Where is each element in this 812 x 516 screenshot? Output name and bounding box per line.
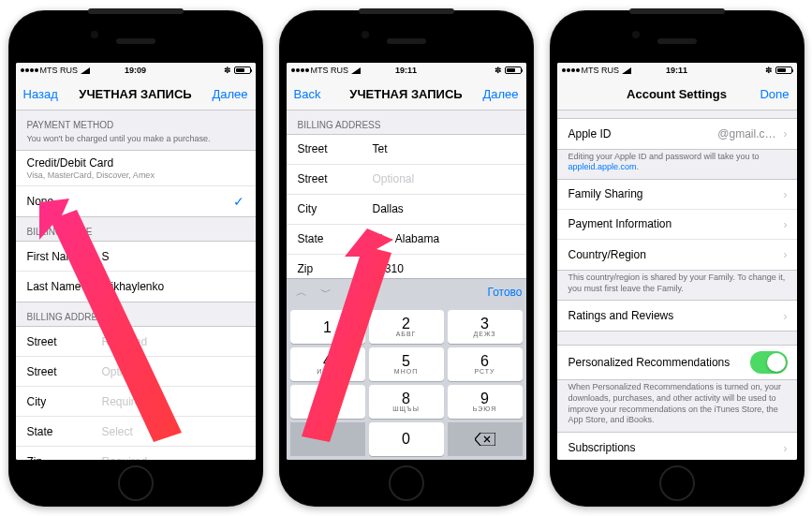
card-subtitle: Visa, MasterCard, Discover, Amex	[27, 170, 155, 180]
statusbar: MTS RUS 19:11 ✽	[557, 63, 797, 79]
battery-icon	[505, 66, 522, 74]
key-1[interactable]: 1	[290, 310, 365, 344]
card-title: Credit/Debit Card	[27, 156, 155, 170]
key-0[interactable]: 0	[369, 422, 444, 456]
key-8[interactable]: 8ШЩЪЫ	[369, 385, 444, 419]
signal-dots-icon	[562, 68, 580, 72]
city-row[interactable]: City Required	[16, 387, 256, 417]
section-header-payment: PAYMENT METHOD	[16, 111, 256, 134]
screen-2: MTS RUS 19:11 ✽ Back УЧЕТНАЯ ЗАПИСЬ Дале…	[287, 63, 526, 460]
page-title: УЧЕТНАЯ ЗАПИСЬ	[349, 87, 462, 101]
done-button[interactable]: Done	[760, 87, 789, 101]
signal-dots-icon	[291, 68, 309, 72]
payment-card-row[interactable]: Credit/Debit Card Visa, MasterCard, Disc…	[16, 151, 256, 186]
street-row[interactable]: Street Required	[16, 327, 256, 357]
next-button[interactable]: Далее	[482, 87, 518, 101]
next-button[interactable]: Далее	[212, 87, 247, 101]
street2-row[interactable]: Street Optional	[287, 165, 526, 195]
street-value: Tet	[373, 142, 388, 155]
zip-row[interactable]: Zip 36310	[287, 255, 526, 278]
zip-row[interactable]: Zip Required	[16, 447, 256, 459]
family-sharing-label: Family Sharing	[568, 187, 786, 200]
state-label: State	[298, 232, 373, 245]
ratings-reviews-row[interactable]: Ratings and Reviews ›	[557, 301, 797, 331]
battery-icon	[234, 66, 251, 74]
statusbar: MTS RUS 19:11 ✽	[287, 63, 526, 79]
back-button[interactable]: Назад	[23, 87, 58, 101]
keyboard-prev-icon[interactable]: ︿	[296, 285, 307, 301]
navbar: Назад УЧЕТНАЯ ЗАПИСЬ Далее	[16, 79, 256, 111]
street-label: Street	[298, 142, 373, 155]
signal-icon	[351, 67, 361, 74]
city-placeholder: Required	[102, 395, 148, 408]
key-2[interactable]: 2АБВГ	[369, 310, 444, 344]
bluetooth-icon: ✽	[495, 66, 502, 75]
zip-label: Zip	[298, 262, 373, 275]
street-row[interactable]: Street Tet	[287, 135, 526, 165]
phone-mockup-1: MTS RUS 19:09 ✽ Назад УЧЕТНАЯ ЗАПИСЬ Дал…	[8, 10, 263, 507]
apple-id-row[interactable]: Apple ID @gmail.c… ›	[557, 119, 797, 149]
street2-placeholder: Optional	[373, 172, 415, 185]
navbar: Back УЧЕТНАЯ ЗАПИСЬ Далее	[287, 79, 526, 111]
chevron-right-icon: ›	[783, 187, 787, 201]
pers-sub: When Personalized Recommendations is tur…	[557, 380, 797, 432]
bluetooth-icon: ✽	[224, 66, 231, 75]
home-button[interactable]	[659, 465, 695, 501]
home-button[interactable]	[118, 465, 154, 501]
key-5[interactable]: 5МНОП	[369, 347, 444, 381]
last-name-value: Mikhaylenko	[102, 280, 165, 293]
phone-mockup-3: MTS RUS 19:11 ✽ Account Settings Done Ap…	[550, 10, 805, 507]
country-sub: This country/region is shared by your Fa…	[557, 271, 797, 300]
keyboard-next-icon[interactable]: ﹀	[320, 285, 332, 301]
city-row[interactable]: City Dallas	[287, 195, 526, 225]
key-7[interactable]: 7ФХЦЧ	[290, 385, 365, 419]
personalized-recs-row[interactable]: Personalized Recommendations	[557, 346, 797, 379]
family-sharing-row[interactable]: Family Sharing ›	[557, 180, 797, 210]
clock: 19:09	[125, 66, 146, 75]
first-name-row[interactable]: First Name S	[16, 242, 256, 272]
section-header-billing-addr: BILLING ADDRESS	[287, 111, 526, 134]
section-subheader: You won't be charged until you make a pu…	[16, 134, 256, 151]
street-label: Street	[27, 335, 102, 348]
personalized-recs-toggle[interactable]	[750, 351, 788, 374]
keyboard-done-button[interactable]: Готово	[487, 286, 522, 299]
payment-info-row[interactable]: Payment Information ›	[557, 210, 797, 240]
page-title: УЧЕТНАЯ ЗАПИСЬ	[79, 87, 191, 101]
last-name-row[interactable]: Last Name Mikhaylenko	[16, 272, 256, 302]
home-button[interactable]	[389, 465, 424, 501]
appleid-link[interactable]: appleid.apple.com	[568, 162, 637, 171]
country-region-row[interactable]: Country/Region ›	[557, 240, 797, 270]
key-4[interactable]: 4ИЙКЛ	[290, 347, 365, 381]
back-button[interactable]: Back	[294, 87, 321, 101]
signal-icon	[622, 67, 631, 74]
street2-row[interactable]: Street Optional	[16, 357, 256, 387]
section-header-billing-addr: BILLING ADDRESS	[16, 302, 256, 326]
key-6[interactable]: 6РСТУ	[448, 347, 523, 381]
key-3[interactable]: 3ДЕЖЗ	[448, 310, 523, 344]
carrier-label: MTS RUS	[582, 66, 620, 75]
subscriptions-row[interactable]: Subscriptions ›	[557, 433, 797, 460]
screen-1: MTS RUS 19:09 ✽ Назад УЧЕТНАЯ ЗАПИСЬ Дал…	[16, 63, 256, 460]
key-9[interactable]: 9ЬЭЮЯ	[448, 385, 523, 419]
battery-icon	[775, 66, 792, 74]
state-row[interactable]: State AL - Alabama	[287, 225, 526, 255]
bluetooth-icon: ✽	[765, 66, 773, 75]
city-label: City	[298, 202, 373, 215]
chevron-right-icon: ›	[783, 309, 787, 323]
state-row[interactable]: State Select	[16, 417, 256, 447]
last-name-label: Last Name	[27, 280, 102, 293]
payment-none-row[interactable]: None ✓	[16, 186, 256, 216]
keyboard-toolbar: ︿ ﹀ Готово	[287, 278, 526, 306]
payment-info-label: Payment Information	[568, 217, 786, 230]
checkmark-icon: ✓	[233, 194, 244, 209]
signal-icon	[81, 67, 90, 74]
carrier-label: MTS RUS	[311, 66, 349, 75]
chevron-right-icon: ›	[783, 126, 787, 140]
street2-placeholder: Optional	[102, 365, 144, 378]
signal-dots-icon	[21, 68, 38, 72]
chevron-right-icon: ›	[783, 441, 787, 455]
street2-label: Street	[298, 172, 373, 185]
key-backspace[interactable]	[448, 422, 523, 456]
numeric-keypad: 1 2АБВГ 3ДЕЖЗ 4ИЙКЛ 5МНОП 6РСТУ 7ФХЦЧ 8Ш…	[287, 306, 526, 460]
zip-placeholder: Required	[102, 455, 148, 460]
